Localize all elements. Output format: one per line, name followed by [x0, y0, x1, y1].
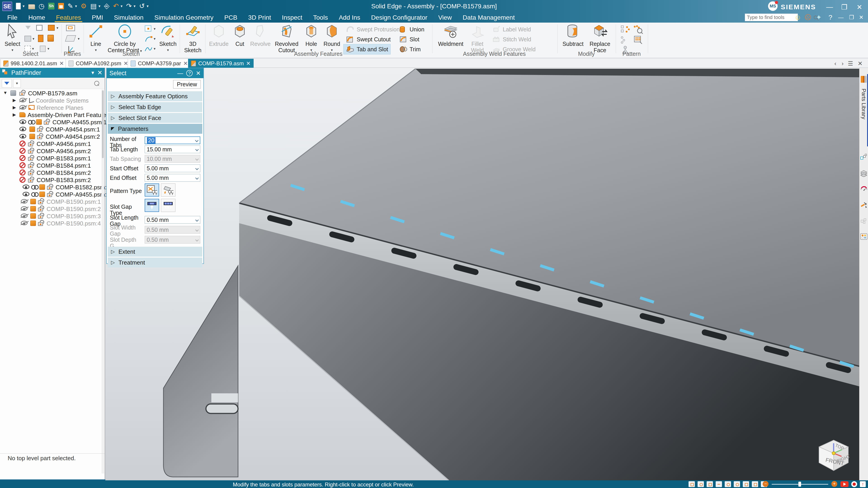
tree-item[interactable]: COMP-B1582.psm:1 [0, 184, 102, 191]
unlock-icon[interactable] [37, 128, 42, 132]
chevron-down-icon[interactable] [195, 148, 199, 151]
chevron-down-icon[interactable] [195, 218, 199, 222]
unlock-icon[interactable] [38, 200, 43, 204]
pathfinder-header[interactable]: PathFinder ▼ ✕ [0, 68, 105, 78]
menu-data-management[interactable]: Data Management [457, 12, 520, 23]
circle-by-center-point-button[interactable]: Circle by Center Point ▾ [107, 24, 143, 54]
document-tab[interactable]: COMP-A3759.par ✕ [128, 59, 191, 68]
menu-simulation[interactable]: Simulation [108, 12, 149, 23]
tree-item-label[interactable]: COMP-A9454.psm:1 [46, 126, 100, 133]
close-tab-icon[interactable]: ✕ [123, 60, 128, 67]
find-tools-search[interactable] [745, 13, 798, 21]
section-select-tab-edge[interactable]: ▷ Select Tab Edge [108, 102, 202, 112]
dialog-minimize-icon[interactable]: — [177, 70, 183, 77]
properties-icon[interactable]: ▤ [90, 1, 96, 11]
arc-tool-icon[interactable] [145, 35, 152, 42]
new-dropdown-icon[interactable]: ▾ [23, 4, 25, 8]
tree-item[interactable]: COMP-B1583.psm:1 [0, 155, 102, 162]
zoom-area-icon[interactable] [688, 481, 695, 487]
preview-button[interactable]: Preview [173, 80, 201, 89]
tree-item[interactable]: COMP-B1590.psm:2 [0, 205, 102, 213]
3d-model-sheet-metal[interactable] [105, 68, 859, 480]
properties-dropdown-icon[interactable]: ▾ [98, 4, 101, 8]
tree-item[interactable]: COMP-A9456.psm:2 [0, 147, 102, 155]
document-tab-label[interactable]: COMP-A1092.psm [76, 60, 121, 67]
section-parameters[interactable]: Parameters [108, 124, 202, 134]
dialog-close-icon[interactable]: ✕ [196, 70, 201, 77]
fence-dropdown-icon[interactable]: ▾ [32, 46, 34, 51]
section-assembly-feature-options[interactable]: ▷ Assembly Feature Options [108, 91, 202, 101]
rectangle-dropdown-icon[interactable]: ▾ [154, 27, 156, 31]
settings-gear-icon[interactable]: ⚙ [81, 1, 87, 11]
tree-item[interactable]: COMP-A9455.psm:1 [0, 119, 102, 126]
tree-item-label[interactable]: COMP-B1590.psm:1 [46, 198, 101, 205]
unlock-icon[interactable] [37, 135, 42, 139]
tree-item[interactable]: COMP-A9454.psm:1 [0, 126, 102, 133]
excluded-icon[interactable] [20, 177, 26, 183]
eye-shown-icon[interactable] [20, 120, 26, 124]
tree-item-label[interactable]: Reference Planes [37, 104, 84, 111]
visible-layers-icon[interactable] [752, 481, 758, 487]
menu-3d-print[interactable]: 3D Print [243, 12, 276, 23]
unlock-icon[interactable] [28, 179, 33, 183]
tree-item-label[interactable]: COMP-B1590.psm:3 [46, 213, 101, 220]
tools-icon[interactable] [860, 201, 868, 208]
help-icon[interactable]: ? [829, 13, 832, 21]
dialog-help-icon[interactable]: ? [186, 70, 193, 76]
document-tab[interactable]: 998.1400.2.01.asm ✕ [0, 59, 67, 68]
menu-add-ins[interactable]: Add Ins [333, 12, 366, 23]
save-dropdown-icon[interactable]: ▾ [75, 4, 77, 8]
eye-hidden-icon[interactable] [21, 199, 28, 203]
filter-funnel-button[interactable] [2, 79, 12, 88]
menu-pmi[interactable]: PMI [86, 12, 108, 23]
dialog-header[interactable]: Select — ? ✕ [107, 68, 204, 78]
unlock-icon[interactable] [28, 157, 33, 161]
menu-pcb[interactable]: PCB [219, 12, 243, 23]
window-restore-button[interactable]: ❐ [840, 3, 849, 11]
activate-part-dropdown-icon[interactable]: ▾ [33, 37, 34, 41]
menu-home[interactable]: Home [23, 12, 51, 23]
save-as-icon[interactable]: ✎ [68, 1, 73, 11]
tree-item-label[interactable]: COMP-B1590.psm:2 [46, 205, 101, 213]
video-tutorial-icon[interactable] [840, 481, 848, 487]
tree-item-label[interactable]: COMP-A9454.psm:2 [46, 133, 100, 140]
document-tab-active[interactable]: COMP-B1579.asm ✕ [188, 59, 254, 68]
tree-item[interactable]: COMP-B1590.psm:4 [0, 220, 102, 227]
search-input[interactable] [745, 14, 814, 20]
tree-item[interactable]: COMP-A9454.psm:2 [0, 133, 102, 140]
eye-shown-icon[interactable] [20, 127, 26, 131]
tree-item[interactable]: COMP-A9455.psm:2 [0, 191, 102, 198]
number-of-tabs-value[interactable]: 20 [147, 137, 156, 144]
color-manager-icon[interactable] [860, 233, 868, 240]
end-offset-value[interactable]: 5.00 mm [147, 175, 168, 181]
pattern-icon[interactable] [620, 25, 630, 34]
tree-item[interactable]: COMP-B1590.psm:3 [0, 213, 102, 220]
pattern-table-icon[interactable] [633, 35, 643, 44]
subtract-button[interactable]: Subtract [561, 24, 585, 47]
redo-dropdown-icon[interactable]: ▾ [133, 4, 135, 8]
ribbon-close-icon[interactable]: ✕ [859, 13, 864, 21]
unlock-icon[interactable] [44, 121, 49, 125]
replace-face-button[interactable]: Replace Face [587, 24, 613, 53]
slot-length-gap-combobox[interactable]: 0.50 mm [145, 216, 200, 224]
layers-icon[interactable] [860, 169, 868, 177]
tab-list-icon[interactable]: ☰ [848, 60, 853, 67]
document-tab[interactable]: COMP-A1092.psm ✕ [66, 59, 131, 68]
menu-simulation-geometry[interactable]: Simulation Geometry [149, 12, 219, 23]
save-icon[interactable] [58, 3, 64, 9]
pattern-type-fill-button[interactable] [161, 184, 176, 197]
tree-item-label[interactable]: COMP-B1584.psm:1 [37, 162, 91, 169]
tab-scroll-left-icon[interactable]: ‹ [834, 60, 836, 67]
tree-item-label[interactable]: Assembly-Driven Part Features [28, 111, 109, 119]
pathfinder-scrollbar[interactable] [101, 90, 104, 474]
more-planes-icon[interactable] [65, 35, 76, 41]
zoom-icon[interactable] [698, 481, 704, 487]
pathfinder-pin-icon[interactable]: ▼ [91, 70, 95, 75]
3d-sketch-button[interactable]: 3D Sketch [182, 24, 204, 53]
pattern-type-fit-button[interactable] [145, 184, 159, 197]
unlock-icon[interactable] [28, 171, 33, 175]
select-prior-dropdown-icon[interactable]: ▾ [57, 26, 58, 30]
tab-scroll-right-icon[interactable]: › [842, 60, 844, 67]
slot-gap-single-button[interactable] [145, 199, 159, 212]
unlock-icon[interactable] [38, 207, 43, 212]
